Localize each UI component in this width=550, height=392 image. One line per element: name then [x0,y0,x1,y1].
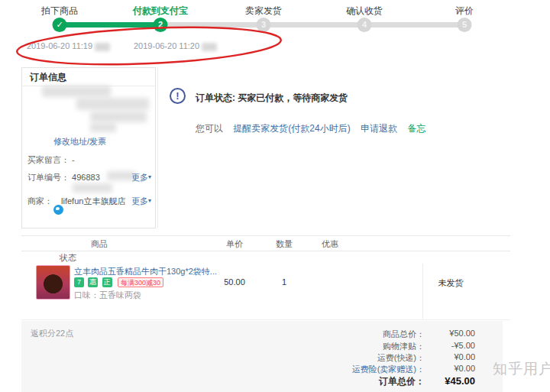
redacted-seconds [202,43,217,51]
cell-quantity: 1 [282,277,286,287]
product-thumbnail[interactable] [36,265,70,300]
step-dot-3: 3 [257,18,271,32]
timestamp-paid: 2019-06-20 11:20 [134,41,217,51]
col-header-price: 单价 [226,238,243,250]
order-number-label: 订单编号： [28,173,70,182]
zhihu-user-watermark: 知乎用户 [493,359,550,379]
redacted-seconds [95,43,110,51]
summary-label: 运费(快递)： [377,352,425,364]
sku-line: 口味：五香味两袋 [74,290,141,301]
step-label-ordered: 拍下商品 [41,5,78,18]
chevron-down-icon: ▾ [148,197,151,204]
edit-address-invoice-link[interactable]: 修改地址/发票 [53,136,106,147]
redacted-address-line [90,112,147,122]
order-number-row: 订单编号： 496883 [28,172,100,183]
col-header-discount: 优惠 [322,238,338,250]
order-number-value: 496883 [72,173,100,182]
redacted-address-line [90,123,116,132]
shipping-insurance-link[interactable]: 运费险(卖家赠送)： [352,364,425,375]
points-note: 返积分22点 [31,328,73,339]
sku-value: 五香味两袋 [99,290,141,300]
badge-discount-icon: 惠 [88,277,98,287]
timestamp-ordered-text: 2019-06-20 11:19 [27,41,92,50]
redacted-line [73,183,112,193]
cell-ship-status: 未发货 [438,277,464,289]
badge-7day-icon: 7 [74,277,84,287]
badge-genuine-icon: 正 [102,277,112,287]
step-dot-1-check-icon: ✓ [53,18,67,32]
redacted-address-line [76,98,149,110]
col-header-quantity: 数量 [276,238,293,250]
total-label: 订单总价： [379,375,425,388]
cell-unit-price: 50.00 [224,277,245,287]
order-info-title: 订单信息 [22,68,155,86]
summary-row-allowance: 购物津贴： -¥5.00 [257,341,478,352]
wangwang-chat-icon[interactable] [53,205,63,215]
buyer-note-row: 买家留言： - [28,154,75,166]
chevron-down-icon: ▾ [148,173,151,180]
stepper-track-done [60,22,160,28]
step-dot-5: 5 [458,18,472,32]
seller-more-link[interactable]: 更多▾ [131,196,151,207]
product-title-link[interactable]: 立丰肉品五香精品牛肉干130g*2袋特... [74,266,217,277]
seller-name[interactable]: lifefun立丰旗舰店 [61,196,125,206]
summary-label: 购物津贴： [383,341,425,352]
col-header-product: 商品 [91,238,108,250]
remind-seller-ship-link[interactable]: 提醒卖家发货(付款24小时后) [233,123,350,134]
timestamp-paid-text: 2019-06-20 11:20 [134,41,199,50]
alert-exclamation-icon: ! [170,88,186,104]
order-status-label: 订单状态: [196,92,235,103]
summary-row-total: 订单总价： ¥45.00 [257,375,478,387]
memo-link[interactable]: 备忘 [407,123,425,134]
actions-prefix: 您可以 [196,123,223,134]
service-badges: 7 惠 正 每满300减30 [74,277,163,287]
request-refund-link[interactable]: 申请退款 [361,123,397,134]
more-label[interactable]: 更多 [131,173,148,182]
summary-value: ¥0.00 [426,364,475,373]
step-label-paid: 付款到支付宝 [133,5,188,18]
order-actions-line: 您可以 提醒卖家发货(付款24小时后) 申请退款 备忘 [196,122,433,135]
promo-tag: 每满300减30 [118,277,163,287]
sku-label: 口味： [74,290,99,300]
summary-label: 商品总价： [383,329,425,340]
buyer-note-label: 买家留言： [28,155,70,164]
timestamp-ordered: 2019-06-20 11:19 [27,41,110,51]
more-label[interactable]: 更多 [131,196,148,206]
summary-row-shipping-insurance: 运费险(卖家赠送)： ¥0.00 [257,364,478,375]
step-label-confirm: 确认收货 [346,5,383,18]
product-title[interactable]: 立丰肉品五香精品牛肉干130g*2袋特... [74,267,217,276]
step-label-shipped: 卖家发货 [245,5,282,18]
order-number-more-link[interactable]: 更多▾ [131,172,151,183]
summary-row-subtotal: 商品总价： ¥50.00 [257,329,478,340]
table-column-divider [422,264,423,319]
summary-value: ¥50.00 [426,329,475,338]
summary-row-shipping: 运费(快递)： ¥0.00 [257,352,478,364]
table-row-border [21,319,510,320]
edit-address-invoice-label[interactable]: 修改地址/发票 [53,137,106,146]
col-header-status: 状态 [60,252,76,264]
step-dot-2: 2 [154,18,168,32]
buyer-note-value: - [72,155,75,164]
seller-label: 商家： [28,196,53,206]
panel-divider [157,67,158,228]
total-value: ¥45.00 [426,375,475,387]
redacted-address-line [42,86,111,97]
summary-value: ¥0.00 [426,352,475,361]
step-label-review: 评价 [455,5,474,18]
seller-row: 商家： lifefun立丰旗舰店 [28,196,125,207]
step-dot-4: 4 [358,18,372,32]
summary-value: -¥5.00 [426,341,475,350]
order-status-line: 订单状态: 买家已付款，等待商家发货 [196,92,348,105]
order-status-value: 买家已付款，等待商家发货 [238,92,348,103]
